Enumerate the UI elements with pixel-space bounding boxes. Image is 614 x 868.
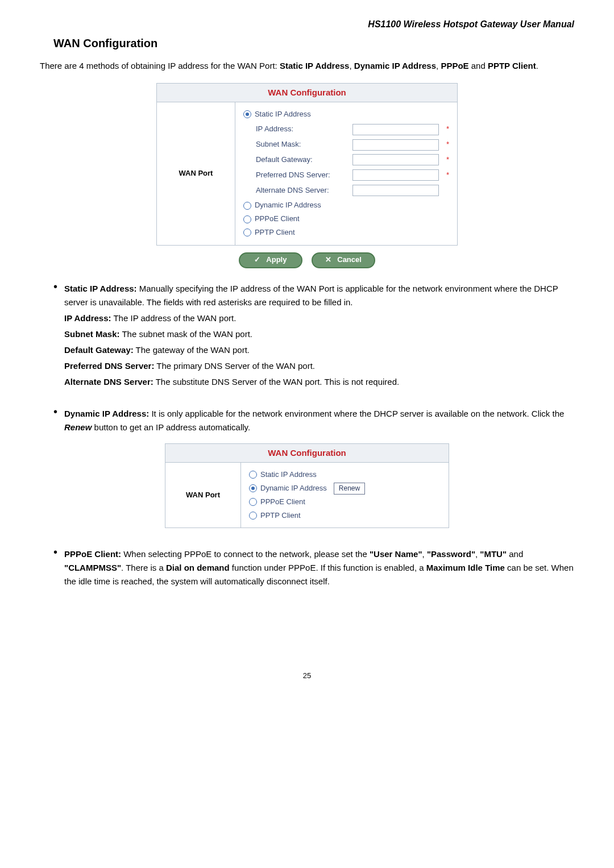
close-icon xyxy=(325,254,331,266)
pdns-desc-label: Preferred DNS Server: xyxy=(64,361,154,371)
radio-label-dynamic: Dynamic IP Address xyxy=(255,200,321,211)
radio-label-pppoe-2: PPPoE Client xyxy=(260,496,305,508)
wan-port-label-2: WAN Port xyxy=(165,462,241,528)
wan-port-label: WAN Port xyxy=(157,102,235,245)
radio-static-ip-2[interactable]: Static IP Address xyxy=(249,469,441,481)
preferred-dns-label: Preferred DNS Server: xyxy=(256,169,347,181)
document-header: HS1100 Wireless Hotspot Gateway User Man… xyxy=(40,17,574,32)
subnet-mask-label: Subnet Mask: xyxy=(256,139,347,151)
adns-desc: The substitute DNS Server of the WAN por… xyxy=(154,377,399,387)
ip-address-desc: The IP address of the WAN port. xyxy=(111,313,237,323)
bullet-icon: • xyxy=(53,406,57,437)
pppoe-t1: When selecting PPPoE to connect to the n… xyxy=(121,549,370,559)
radio-icon xyxy=(249,498,257,506)
cancel-label: Cancel xyxy=(337,254,362,266)
check-icon xyxy=(254,254,260,266)
intro-text-2: and xyxy=(469,61,488,70)
intro-text-3: . xyxy=(536,61,538,70)
wan-config-dynamic-panel: WAN Configuration WAN Port Static IP Add… xyxy=(165,443,449,529)
radio-label-static-2: Static IP Address xyxy=(260,469,317,481)
radio-dynamic-ip[interactable]: Dynamic IP Address xyxy=(243,200,449,211)
cancel-button[interactable]: Cancel xyxy=(312,252,375,268)
pppoe-t3: function under PPPoE. If this function i… xyxy=(230,563,426,572)
dynamic-ip-text2: button to get an IP address automaticall… xyxy=(92,422,250,432)
intro-paragraph: There are 4 methods of obtaining IP addr… xyxy=(40,59,574,73)
radio-label-pppoe: PPPoE Client xyxy=(255,213,300,225)
subnet-mask-input[interactable] xyxy=(352,139,439,151)
radio-label-pptp: PPTP Client xyxy=(255,227,295,239)
wan-config-static-panel: WAN Configuration WAN Port Static IP Add… xyxy=(156,83,458,246)
preferred-dns-input[interactable] xyxy=(352,169,439,181)
pppoe-dial-on-demand: Dial on demand xyxy=(166,563,230,572)
alternate-dns-input[interactable] xyxy=(352,185,439,196)
radio-pppoe-2[interactable]: PPPoE Client xyxy=(249,496,441,508)
gateway-desc-label: Default Gateway: xyxy=(64,345,134,355)
dynamic-ip-description: Dynamic IP Address: It is only applicabl… xyxy=(64,405,574,437)
intro-sep-1: , xyxy=(349,61,354,70)
dynamic-ip-lead: Dynamic IP Address: xyxy=(64,409,149,418)
adns-desc-label: Alternate DNS Server: xyxy=(64,377,154,387)
required-asterisk: * xyxy=(446,123,449,135)
wan-config-title: WAN Configuration xyxy=(157,83,458,102)
static-ip-description: Static IP Address: Manually specifying t… xyxy=(64,280,574,391)
pppoe-t2: . There is a xyxy=(121,563,166,572)
alternate-dns-label: Alternate DNS Server: xyxy=(256,185,347,197)
radio-icon xyxy=(243,110,251,118)
wan-config-title-2: WAN Configuration xyxy=(165,443,449,462)
pppoe-user-name: "User Name" xyxy=(370,549,422,559)
radio-label-pptp-2: PPTP Client xyxy=(260,510,301,522)
radio-static-ip[interactable]: Static IP Address xyxy=(243,109,449,121)
required-asterisk: * xyxy=(446,169,449,181)
pppoe-lead: PPPoE Client: xyxy=(64,549,121,559)
radio-icon xyxy=(243,229,251,236)
pppoe-description: PPPoE Client: When selecting PPPoE to co… xyxy=(64,545,574,591)
radio-pptp[interactable]: PPTP Client xyxy=(243,227,449,239)
pppoe-clampmss: "CLAMPMSS" xyxy=(64,563,121,572)
ip-address-label: IP Address: xyxy=(256,123,347,135)
radio-icon xyxy=(249,471,257,479)
renew-button[interactable]: Renew xyxy=(334,483,365,495)
default-gateway-input[interactable] xyxy=(352,154,439,165)
radio-label-static: Static IP Address xyxy=(255,109,311,121)
bullet-icon: • xyxy=(53,546,57,591)
intro-text-1: There are 4 methods of obtaining IP addr… xyxy=(40,61,280,70)
pppoe-password: "Password" xyxy=(427,549,475,559)
pppoe-mtu: "MTU" xyxy=(480,549,507,559)
pppoe-max-idle: Maximum Idle Time xyxy=(426,563,505,572)
radio-pppoe[interactable]: PPPoE Client xyxy=(243,213,449,225)
ip-address-desc-label: IP Address: xyxy=(64,313,111,323)
apply-button[interactable]: Apply xyxy=(239,252,302,268)
section-title: WAN Configuration xyxy=(53,34,574,52)
bullet-icon: • xyxy=(53,281,57,391)
radio-icon xyxy=(243,215,251,223)
intro-method-4: PPTP Client xyxy=(488,61,536,70)
required-asterisk: * xyxy=(446,139,449,151)
pdns-desc: The primary DNS Server of the WAN port. xyxy=(154,361,315,371)
radio-icon xyxy=(243,202,251,210)
radio-pptp-2[interactable]: PPTP Client xyxy=(249,510,441,522)
static-ip-text: Manually specifying the IP address of th… xyxy=(64,284,558,307)
subnet-desc-label: Subnet Mask: xyxy=(64,329,120,339)
gateway-desc: The gateway of the WAN port. xyxy=(134,345,250,355)
dynamic-ip-text1: It is only applicable for the network en… xyxy=(149,409,564,418)
static-ip-lead: Static IP Address: xyxy=(64,284,137,293)
default-gateway-label: Default Gateway: xyxy=(256,154,347,166)
intro-method-1: Static IP Address xyxy=(280,61,350,70)
intro-method-3: PPPoE xyxy=(441,61,468,70)
required-asterisk: * xyxy=(446,154,449,166)
radio-label-dynamic-2: Dynamic IP Address xyxy=(260,483,327,495)
radio-icon xyxy=(249,484,257,492)
apply-label: Apply xyxy=(266,254,287,266)
radio-icon xyxy=(249,512,257,520)
renew-word: Renew xyxy=(64,422,92,432)
pppoe-s3: and xyxy=(507,549,523,559)
intro-method-2: Dynamic IP Address xyxy=(354,61,436,70)
radio-dynamic-ip-2[interactable]: Dynamic IP Address Renew xyxy=(249,483,441,495)
page-number: 25 xyxy=(40,670,574,682)
pppoe-s1: , xyxy=(422,549,427,559)
subnet-desc: The subnet mask of the WAN port. xyxy=(120,329,252,339)
ip-address-input[interactable] xyxy=(352,124,439,135)
